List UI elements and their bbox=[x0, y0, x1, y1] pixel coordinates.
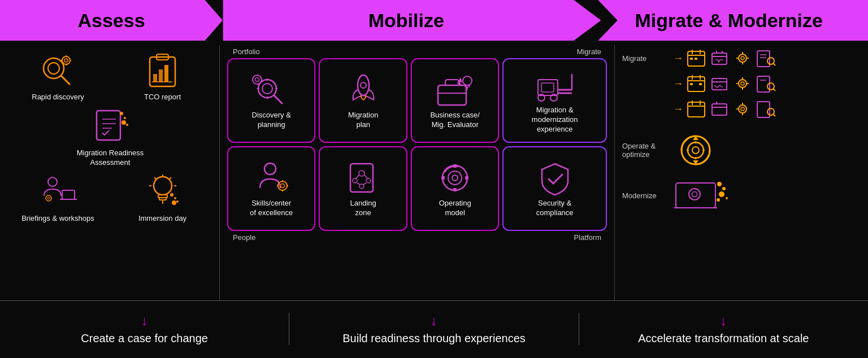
skills-coe-card[interactable]: Skills/centerof excellence bbox=[227, 146, 315, 231]
build-readiness-label: Build readiness through experiences bbox=[342, 332, 526, 345]
svg-point-49 bbox=[255, 78, 259, 82]
phase-modernize-banner: Migrate & Modernize bbox=[590, 0, 869, 41]
landing-zone-card[interactable]: Landingzone bbox=[319, 146, 407, 231]
svg-rect-91 bbox=[690, 58, 693, 60]
mobilize-top-labels: Portfolio Migrate bbox=[227, 45, 607, 58]
svg-rect-71 bbox=[350, 164, 373, 192]
immersion-label: Immersion day bbox=[138, 214, 186, 224]
tco-report-label: TCO report bbox=[144, 93, 181, 102]
svg-rect-26 bbox=[62, 190, 75, 199]
svg-point-28 bbox=[154, 177, 172, 195]
assess-item-tco: TCO report bbox=[113, 51, 212, 102]
svg-line-35 bbox=[154, 177, 156, 179]
svg-point-3 bbox=[62, 56, 70, 64]
svg-point-74 bbox=[366, 178, 371, 183]
svg-line-78 bbox=[357, 183, 360, 185]
svg-line-36 bbox=[170, 177, 171, 179]
svg-point-54 bbox=[463, 76, 472, 85]
landing-zone-label: Landingzone bbox=[350, 199, 376, 218]
calendar-icon-1 bbox=[686, 48, 706, 68]
down-arrow-3: ↓ bbox=[720, 313, 727, 329]
down-arrow-2: ↓ bbox=[431, 313, 437, 329]
svg-point-22 bbox=[126, 124, 128, 126]
business-case-card[interactable]: Business case/Mig. Evaluator bbox=[411, 58, 499, 143]
svg-point-142 bbox=[692, 147, 699, 154]
svg-point-50 bbox=[358, 75, 369, 95]
svg-point-40 bbox=[176, 200, 179, 203]
case-change-label: Create a case for change bbox=[81, 332, 208, 345]
migrate-icons-3: → bbox=[673, 99, 776, 119]
svg-point-154 bbox=[722, 187, 726, 190]
svg-point-82 bbox=[452, 175, 458, 181]
svg-rect-30 bbox=[159, 198, 166, 200]
migrate-icons-2: → bbox=[673, 73, 776, 94]
svg-point-4 bbox=[64, 59, 68, 62]
header-bar: Assess Mobilize Migrate & Modernize bbox=[0, 0, 868, 41]
svg-point-51 bbox=[361, 82, 366, 88]
svg-point-20 bbox=[124, 117, 126, 119]
operating-model-card[interactable]: Operatingmodel bbox=[411, 146, 499, 231]
svg-point-116 bbox=[739, 80, 747, 88]
svg-point-97 bbox=[739, 54, 747, 62]
discovery-planning-label: Discovery &planning bbox=[252, 111, 291, 130]
svg-point-72 bbox=[359, 171, 364, 176]
arrow-icon-1: → bbox=[673, 53, 683, 64]
migrate-icons-1: → bbox=[673, 48, 776, 68]
operate-label: Operate & optimize bbox=[622, 142, 667, 159]
tools-icon-3 bbox=[709, 99, 730, 119]
business-case-icon bbox=[435, 72, 475, 108]
svg-point-152 bbox=[692, 192, 697, 197]
discovery-planning-card[interactable]: Discovery &planning bbox=[227, 58, 315, 143]
svg-rect-13 bbox=[164, 65, 168, 82]
migrate-label: Migrate & Modernize bbox=[635, 10, 823, 32]
search-doc-icon-2 bbox=[756, 73, 776, 94]
migration-modernization-card[interactable]: Migration &modernizationexperience bbox=[502, 58, 607, 143]
people-label: People bbox=[233, 233, 255, 242]
accelerate-label: Accelerate transformation at scale bbox=[638, 332, 809, 345]
bottom-item-case-change: ↓ Create a case for change bbox=[0, 313, 289, 345]
business-case-label: Business case/Mig. Evaluator bbox=[430, 111, 479, 130]
svg-point-133 bbox=[739, 105, 747, 113]
assess-item-mra: Migration Readiness Assessment bbox=[8, 107, 212, 168]
briefings-label: Briefings & workshops bbox=[21, 214, 94, 224]
svg-point-156 bbox=[726, 197, 728, 199]
migration-modernization-icon bbox=[535, 67, 575, 103]
migration-plan-icon bbox=[344, 72, 383, 108]
svg-point-42 bbox=[262, 84, 272, 94]
svg-line-76 bbox=[356, 175, 359, 178]
skills-coe-icon bbox=[251, 160, 291, 197]
search-doc-icon-1 bbox=[756, 48, 776, 68]
tco-report-icon bbox=[140, 51, 185, 90]
svg-point-37 bbox=[170, 193, 173, 197]
svg-rect-114 bbox=[712, 78, 727, 90]
svg-point-21 bbox=[121, 120, 126, 125]
tools-icon-1 bbox=[709, 48, 730, 68]
assess-section: Rapid discovery TCO report bbox=[6, 45, 215, 300]
immersion-icon bbox=[140, 172, 185, 212]
phase-assess-banner: Assess bbox=[0, 0, 223, 41]
mra-icon bbox=[88, 107, 133, 146]
operate-icon bbox=[673, 128, 718, 173]
svg-rect-92 bbox=[695, 58, 697, 60]
svg-rect-85 bbox=[441, 176, 445, 180]
svg-point-75 bbox=[359, 184, 364, 189]
down-arrow-1: ↓ bbox=[141, 313, 148, 329]
portfolio-label: Portfolio bbox=[233, 47, 260, 56]
svg-point-48 bbox=[253, 75, 262, 84]
gear-icon-2 bbox=[732, 73, 753, 94]
migration-plan-card[interactable]: Migrationplan bbox=[319, 58, 407, 143]
assess-item-briefings: Briefings & workshops bbox=[8, 172, 107, 224]
security-compliance-icon bbox=[535, 160, 575, 197]
modernize-label: Modernize bbox=[622, 191, 667, 200]
phase-mobilize-banner: Mobilize bbox=[211, 0, 601, 41]
migration-modernization-label: Migration &modernizationexperience bbox=[532, 106, 578, 134]
svg-rect-130 bbox=[712, 104, 727, 115]
briefings-icon bbox=[36, 172, 81, 212]
gear-icon-3 bbox=[732, 99, 753, 119]
bottom-section: ↓ Create a case for change ↓ Build readi… bbox=[0, 300, 868, 357]
svg-rect-58 bbox=[541, 83, 554, 92]
security-compliance-card[interactable]: Security &compliance bbox=[502, 146, 607, 231]
svg-line-124 bbox=[773, 89, 775, 91]
svg-rect-93 bbox=[712, 53, 727, 64]
svg-point-134 bbox=[741, 107, 744, 111]
